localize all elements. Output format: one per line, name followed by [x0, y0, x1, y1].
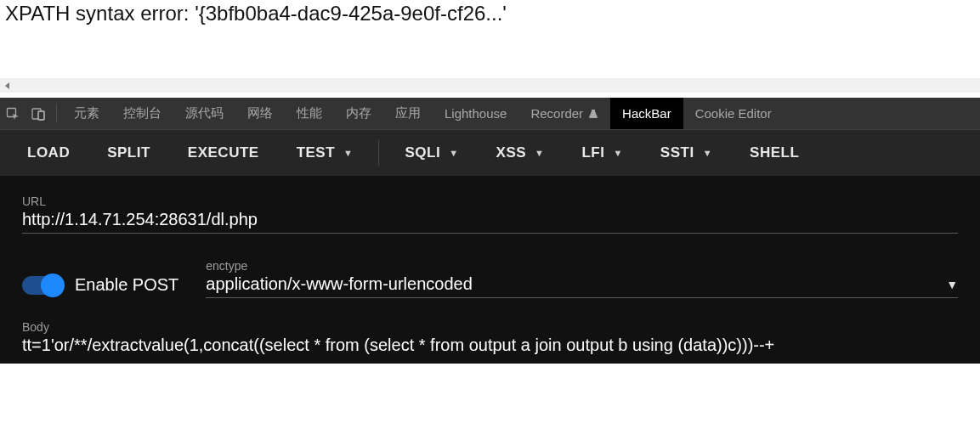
enable-post-toggle-wrap: Enable POST	[22, 275, 178, 298]
button-label: XSS	[496, 144, 527, 161]
chevron-down-icon: ▼	[343, 148, 353, 158]
svg-rect-2	[38, 111, 44, 120]
enable-post-label: Enable POST	[75, 275, 178, 295]
url-label: URL	[22, 195, 958, 208]
button-label: SPLIT	[107, 144, 150, 161]
button-label: EXECUTE	[188, 144, 259, 161]
tab-elements[interactable]: 元素	[62, 98, 111, 129]
chevron-down-icon: ▼	[449, 148, 458, 158]
device-toolbar-icon[interactable]	[25, 98, 51, 129]
tab-label: 内存	[346, 105, 371, 121]
tab-application[interactable]: 应用	[383, 98, 433, 129]
chevron-down-icon: ▼	[613, 148, 622, 158]
body-input[interactable]: tt=1'or/**/extractvalue(1,concat((select…	[22, 336, 958, 355]
body-field: Body tt=1'or/**/extractvalue(1,concat((s…	[22, 320, 958, 355]
enctype-field: enctype application/x-www-form-urlencode…	[206, 259, 958, 298]
button-label: SSTI	[660, 144, 694, 161]
button-label: LFI	[581, 144, 604, 161]
shell-menu-button[interactable]: SHELL	[731, 130, 818, 176]
post-row: Enable POST enctype application/x-www-fo…	[22, 259, 958, 298]
hackbar-toolbar: LOAD SPLIT EXECUTE TEST ▼ SQLI ▼ XSS ▼ L…	[0, 130, 980, 176]
body-label: Body	[22, 320, 958, 334]
execute-button[interactable]: EXECUTE	[169, 130, 278, 176]
tab-memory[interactable]: 内存	[334, 98, 383, 129]
tab-performance[interactable]: 性能	[285, 98, 334, 129]
test-menu-button[interactable]: TEST ▼	[278, 130, 372, 176]
url-field: URL http://1.14.71.254:28631/dl.php	[22, 195, 958, 234]
tab-divider	[56, 104, 57, 123]
tab-network[interactable]: 网络	[235, 98, 285, 129]
chevron-down-icon: ▼	[703, 148, 712, 158]
button-label: SQLI	[405, 144, 440, 161]
enctype-value: application/x-www-form-urlencoded	[206, 274, 472, 294]
chevron-down-icon: ▼	[946, 278, 958, 291]
inspect-element-icon[interactable]	[0, 98, 25, 129]
button-label: LOAD	[27, 144, 70, 161]
button-label: TEST	[297, 144, 335, 161]
tab-console[interactable]: 控制台	[111, 98, 173, 129]
sqli-menu-button[interactable]: SQLI ▼	[386, 130, 477, 176]
button-label: SHELL	[750, 144, 799, 161]
xpath-error-text: XPATH syntax error: '{3bfb0ba4-dac9-425a…	[5, 2, 507, 25]
hackbar-body: URL http://1.14.71.254:28631/dl.php Enab…	[0, 176, 980, 364]
tab-sources[interactable]: 源代码	[173, 98, 235, 129]
tab-label: 网络	[247, 105, 273, 121]
recorder-flask-icon	[588, 109, 598, 119]
hackbar-panel: LOAD SPLIT EXECUTE TEST ▼ SQLI ▼ XSS ▼ L…	[0, 130, 980, 364]
tab-label: HackBar	[622, 106, 671, 121]
tab-hackbar[interactable]: HackBar	[610, 98, 683, 129]
tab-label: 性能	[297, 105, 322, 121]
ssti-menu-button[interactable]: SSTI ▼	[642, 130, 731, 176]
page-content: XPATH syntax error: '{3bfb0ba4-dac9-425a…	[0, 0, 980, 78]
enctype-label: enctype	[206, 259, 958, 273]
devtools-panel: 元素 控制台 源代码 网络 性能 内存 应用 Lighthouse Record…	[0, 98, 980, 364]
tab-label: Cookie Editor	[695, 106, 772, 121]
enctype-select[interactable]: application/x-www-form-urlencoded ▼	[206, 274, 958, 298]
tab-label: 应用	[395, 105, 421, 121]
enable-post-toggle[interactable]	[22, 276, 63, 295]
toolbar-divider	[378, 140, 379, 166]
tab-recorder[interactable]: Recorder	[518, 98, 610, 129]
tab-cookie-editor[interactable]: Cookie Editor	[683, 98, 784, 129]
content-horizontal-scrollbar[interactable]	[0, 78, 980, 93]
chevron-down-icon: ▼	[535, 148, 544, 158]
load-button[interactable]: LOAD	[8, 130, 88, 176]
split-button[interactable]: SPLIT	[88, 130, 169, 176]
devtools-tabstrip: 元素 控制台 源代码 网络 性能 内存 应用 Lighthouse Record…	[0, 98, 980, 130]
tab-label: Lighthouse	[445, 106, 507, 121]
scroll-left-arrow-icon[interactable]	[0, 78, 14, 93]
xss-menu-button[interactable]: XSS ▼	[478, 130, 564, 176]
lfi-menu-button[interactable]: LFI ▼	[563, 130, 641, 176]
tab-lighthouse[interactable]: Lighthouse	[433, 98, 518, 129]
url-input[interactable]: http://1.14.71.254:28631/dl.php	[22, 210, 958, 234]
tab-label: 控制台	[123, 105, 161, 121]
tab-label: 源代码	[185, 105, 224, 121]
toggle-knob	[41, 274, 65, 297]
tab-label: Recorder	[530, 106, 583, 121]
tab-label: 元素	[74, 105, 99, 121]
scrollbar-track[interactable]	[14, 78, 980, 93]
